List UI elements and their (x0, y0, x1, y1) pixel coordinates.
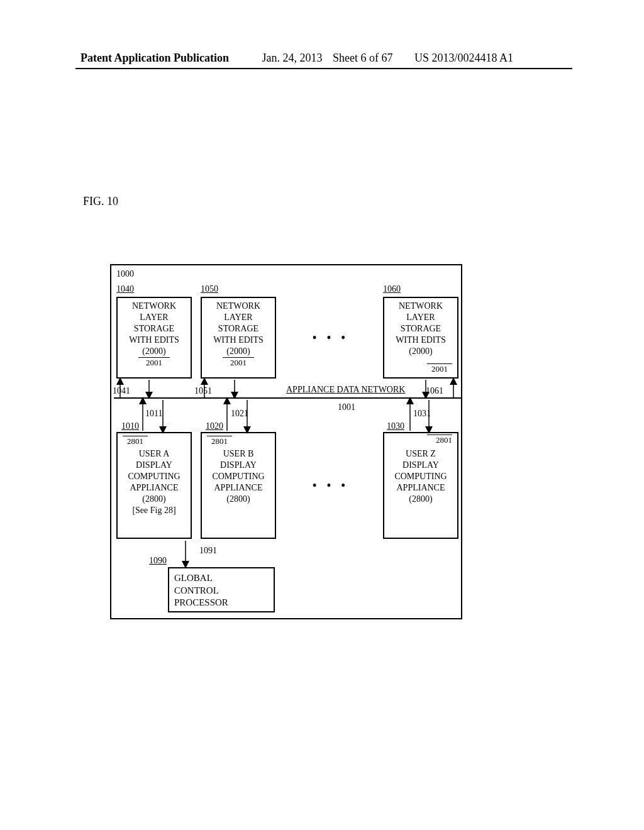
page-header: Patent Application Publication Jan. 24, … (80, 52, 513, 65)
user-appliance-box-a: 2801 USER A DISPLAY COMPUTING APPLIANCE … (116, 432, 192, 539)
user-appliance-box-z: 2801 USER Z DISPLAY COMPUTING APPLIANCE … (383, 432, 458, 539)
ellipsis-bottom: • • • (313, 479, 349, 492)
arrow-ref-1011: 1011 (145, 409, 162, 419)
arrow-ref-1030: 1030 (387, 421, 404, 431)
arrow-ref-1051: 1051 (194, 386, 212, 396)
user-appliance-box-b: 2801 USER B DISPLAY COMPUTING APPLIANCE … (201, 432, 276, 539)
global-control-processor-box: GLOBAL CONTROL PROCESSOR (168, 567, 275, 612)
arrow-ref-1021: 1021 (231, 409, 248, 419)
gcp-ref-1090: 1090 (149, 556, 167, 566)
arrow-ref-1031: 1031 (413, 409, 431, 419)
subref-2801-b: 2801 (207, 436, 232, 447)
figure-label: FIG. 10 (83, 195, 118, 208)
gcp-arrow-ref-1091: 1091 (199, 546, 217, 556)
header-rule (75, 68, 572, 69)
publication-label: Patent Application Publication (80, 52, 229, 64)
subref-2801-a: 2801 (123, 436, 148, 447)
publication-number: US 2013/0024418 A1 (396, 52, 513, 64)
diagram-outer-frame: 1000 1040 1050 1060 NETWORK LAYER STORAG… (110, 264, 462, 619)
publication-date: Jan. 24, 2013 (232, 52, 323, 64)
arrow-ref-1010: 1010 (121, 421, 139, 431)
arrow-ref-1041: 1041 (113, 386, 130, 396)
arrow-ref-1061: 1061 (426, 386, 443, 396)
sheet-number: Sheet 6 of 67 (325, 52, 392, 64)
subref-2801-z: 2801 (427, 434, 452, 446)
arrow-ref-1020: 1020 (206, 421, 223, 431)
